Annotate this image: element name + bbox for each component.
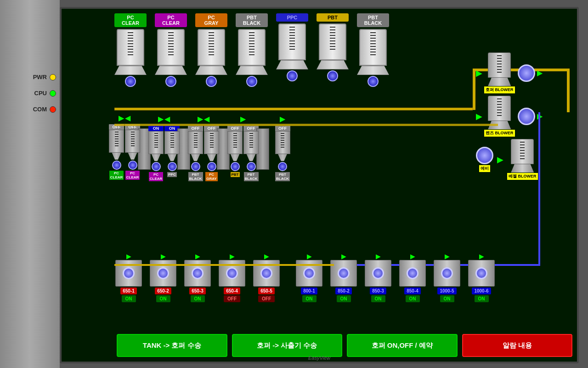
machine-body-10	[434, 260, 460, 287]
tank-pbt[interactable]: PBT	[314, 13, 351, 87]
valve-arrow-1: ▶	[119, 115, 124, 122]
machine-dial-1[interactable]	[123, 267, 135, 279]
tank-bottom-6	[317, 60, 349, 69]
tank-valve-5[interactable]	[287, 70, 298, 81]
hopper-blower-row: ▶ 호퍼 BLOWER ▶	[476, 52, 568, 93]
cpu-dot	[50, 90, 56, 97]
valve-arrow-4: ◀	[164, 115, 170, 123]
hopper-col-5: OFF PBTBLACK	[188, 126, 203, 181]
hopper-bottom-label-1: PCCLEAR	[109, 171, 124, 180]
machine-dial-7[interactable]	[338, 267, 350, 279]
com-dot	[50, 106, 56, 113]
onoff-9: OFF	[275, 126, 290, 131]
footer-label: EasyView	[308, 355, 330, 361]
ebi-label: 에비	[479, 165, 490, 172]
pwr-indicator: PWR	[33, 74, 56, 80]
tank-valve-7[interactable]	[368, 76, 379, 87]
tank-pbt-black-2[interactable]: PBTBLACK	[355, 13, 391, 87]
tank-pc-clear-1[interactable]: PCCLEAR	[112, 13, 149, 87]
hopper-bottom-label-4: PPC	[167, 172, 176, 177]
hopper-blower-valve-icon: ▶	[476, 68, 482, 78]
tank-bottom-5	[276, 60, 308, 69]
machine-dial-2[interactable]	[157, 267, 169, 279]
machine-id-1: 650-1	[120, 288, 137, 294]
tank-body-5	[278, 23, 306, 60]
machine-dial-10[interactable]	[441, 267, 453, 279]
dial-9[interactable]	[278, 162, 287, 171]
tank-valve-6[interactable]	[327, 70, 338, 81]
machine-id-3: 650-3	[189, 288, 206, 294]
machine-650-2[interactable]: ▶ 650-2 ON	[147, 253, 180, 302]
machine-650-5[interactable]: ▶ 650-5 OFF	[250, 253, 283, 302]
machine-dial-8[interactable]	[372, 267, 384, 279]
hopper-blower-motor[interactable]	[518, 64, 535, 82]
machine-850-2[interactable]: ▶ 850-2 ON	[327, 253, 360, 302]
hopper-to-machine-button[interactable]: 호퍼 -> 사출기 수송	[232, 334, 343, 357]
machine-dial-11[interactable]	[475, 267, 487, 279]
machine-valve-8: ▶	[376, 253, 381, 260]
tank-body-7	[359, 29, 387, 66]
machine-650-1[interactable]: ▶ 650-1 ON	[112, 253, 145, 302]
tank-pc-clear-2[interactable]: PCCLEAR	[153, 13, 189, 87]
pipe-machine-h	[114, 264, 334, 266]
machine-id-6: 800-1	[301, 288, 317, 294]
footer-text: EasyView	[308, 355, 330, 361]
valve-arrow-6: ◀	[204, 115, 209, 123]
hopper-bottom-label-9: PBTBLACK	[275, 172, 290, 181]
dial-3[interactable]	[152, 162, 161, 171]
alarm-button[interactable]: 알람 내용	[462, 334, 573, 357]
tank-to-hopper-button[interactable]: TANK -> 호퍼 수송	[117, 334, 227, 357]
hopper-bottom-label-7: PBT	[231, 172, 240, 177]
machine-650-3[interactable]: ▶ 650-3 ON	[181, 253, 214, 302]
machine-1000-5[interactable]: ▶ 1000-5 ON	[430, 253, 464, 302]
ebi-unit: 에비	[476, 147, 493, 172]
machine-id-5: 650-5	[258, 288, 275, 294]
machine-dial-5[interactable]	[260, 267, 272, 279]
tank-ppc[interactable]: PPC	[274, 13, 311, 87]
machine-dial-3[interactable]	[192, 267, 204, 279]
hopper-col-3: ON PCCLEAR	[148, 126, 164, 181]
machine-dial-9[interactable]	[407, 267, 418, 279]
machine-dial-6[interactable]	[303, 267, 315, 279]
dial-8[interactable]	[247, 162, 256, 171]
right-blower-area: ▶ 호퍼 BLOWER ▶ ▶ 렌즈 BLOWER ▶	[476, 52, 568, 182]
bottom-machines-area: ▶ 650-1 ON ▶ 650-2 ON ▶ 650-3 ON	[112, 253, 498, 302]
dial-2[interactable]	[128, 161, 137, 170]
tank-pc-gray[interactable]: PCGRAY	[193, 13, 230, 87]
machine-1000-6[interactable]: ▶ 1000-6 ON	[465, 253, 498, 302]
lens-blower-motor[interactable]	[518, 108, 535, 125]
machine-valve-9: ▶	[410, 253, 415, 260]
machine-650-4[interactable]: ▶ 650-4 OFF	[215, 253, 249, 302]
tank-valve-4[interactable]	[246, 76, 257, 87]
machine-800-1[interactable]: ▶ 800-1 ON	[293, 253, 326, 302]
machine-dial-4[interactable]	[226, 267, 238, 279]
tank-label-5: PPC	[276, 13, 308, 22]
main-pipe-horizontal	[114, 108, 473, 110]
tank-body-6	[319, 23, 346, 60]
machine-status-11: ON	[475, 295, 489, 302]
onoff-3: ON	[148, 126, 164, 131]
tank-valve-3[interactable]	[206, 76, 217, 87]
dial-1[interactable]	[112, 161, 121, 170]
tank-body-2	[157, 29, 185, 66]
dial-6[interactable]	[207, 162, 216, 171]
hopper-col-1: OFF PCCLEAR	[109, 124, 124, 180]
tank-bottom-3	[195, 66, 227, 75]
machine-id-10: 1000-5	[437, 288, 456, 294]
tank-valve-1[interactable]	[125, 76, 136, 87]
dial-5[interactable]	[191, 162, 200, 171]
hopper-blower-tank: 호퍼 BLOWER	[484, 52, 515, 93]
machine-valve-6: ▶	[307, 253, 312, 260]
dial-4[interactable]	[168, 162, 177, 171]
tank-pbt-black-1[interactable]: PBTBLACK	[233, 13, 270, 87]
ebi-motor[interactable]	[476, 147, 493, 164]
valve-arrow-3: ▶	[158, 115, 164, 123]
tank-valve-2[interactable]	[165, 76, 176, 87]
dial-7[interactable]	[231, 162, 240, 171]
pwr-label: PWR	[33, 74, 47, 80]
machine-850-4[interactable]: ▶ 850-4 ON	[396, 253, 429, 302]
pwr-dot	[50, 74, 56, 80]
hopper-onoff-button[interactable]: 호퍼 ON,OFF / 예약	[347, 334, 458, 357]
machine-850-3[interactable]: ▶ 850-3 ON	[362, 253, 395, 302]
cpu-label: CPU	[34, 90, 47, 97]
